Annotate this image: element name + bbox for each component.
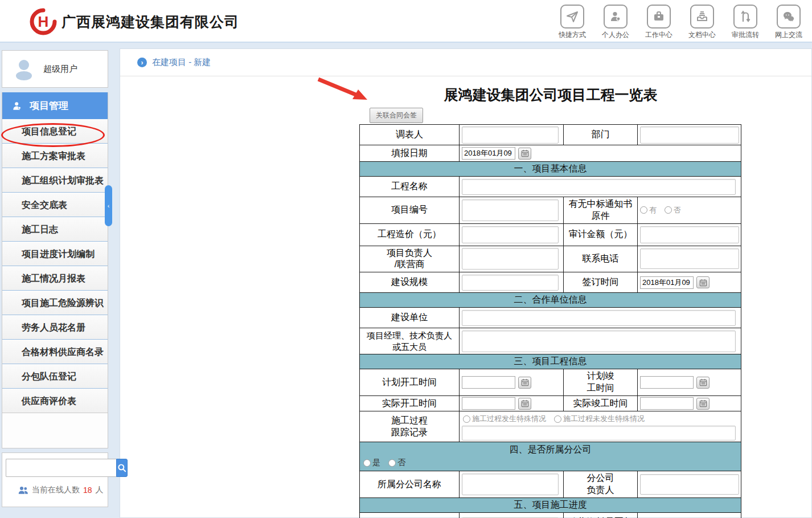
field-label-plan-start: 计划开工时间 [360,369,460,396]
breadcrumb-text[interactable]: 在建项目 - 新建 [152,57,211,68]
sidebar-item-monthly-report[interactable]: 施工情况月报表 [2,266,108,291]
paper-plane-icon [560,5,584,28]
field-label-sign-time: 签订时间 [564,272,638,293]
actual-finish-picker-button[interactable] [696,398,710,410]
bid-notice-no-radio[interactable]: 否 [665,205,681,215]
sidebar-item-supplier-evaluation[interactable]: 供应商评价表 [2,389,108,413]
avatar [11,56,36,81]
sidebar-item-org-plan-approval[interactable]: 施工组织计划审批表 [2,168,108,193]
radio-icon [463,415,470,423]
build-scale-input[interactable] [462,275,559,291]
sidebar-section-label: 项目管理 [30,99,68,112]
project-name-input[interactable] [462,179,736,195]
search-icon [117,463,127,473]
section-header-construction-progress: 五、项目施工进度 [360,497,741,512]
field-label-branch-leader: 分公司 负责人 [564,471,638,498]
sidebar-section-project-management[interactable]: 项目管理 [2,92,108,119]
field-label-project-cost: 工程造价（元） [360,223,460,246]
plan-finish-picker-button[interactable] [696,377,710,389]
search-button[interactable] [116,459,128,477]
sidebar-item-safety-disclosure[interactable]: 安全交底表 [2,193,108,217]
surveyor-input[interactable] [462,127,559,144]
search-input[interactable] [6,459,116,477]
nav-label: 快捷方式 [559,30,586,40]
logo-icon: H [30,8,57,35]
field-label-image-progress: 形象进度 [360,512,460,518]
build-unit-input[interactable] [462,310,736,326]
plan-start-input[interactable] [462,376,515,389]
process-special-no-radio[interactable]: 施工过程未发生特殊情况 [554,414,645,424]
radio-label: 施工过程未发生特殊情况 [563,414,645,424]
radio-icon [640,206,647,214]
sidebar-item-qualified-suppliers[interactable]: 合格材料供应商名录 [2,340,108,364]
nav-label: 文档中心 [688,30,716,40]
nav-personal-office[interactable]: 个人办公 [598,5,633,40]
calendar-icon [521,149,529,157]
plan-finish-input[interactable] [640,376,694,389]
process-special-yes-radio[interactable]: 施工过程发生特殊情况 [463,414,546,424]
project-leader-input[interactable] [462,248,559,270]
nav-approval-flow[interactable]: 审批流转 [728,5,763,40]
project-cost-input[interactable] [462,226,559,243]
sign-time-picker-button[interactable] [696,276,710,288]
department-input[interactable] [640,127,739,144]
sidebar-item-subcontractor-register[interactable]: 分包队伍登记 [2,364,108,389]
field-label-project-manager: 项目经理、技术负责人 或五大员 [360,328,460,354]
sidebar-item-construction-log[interactable]: 施工日志 [2,217,108,242]
page-title: 展鸿建设集团公司项目工程一览表 [359,85,742,104]
field-label-bid-notice: 有无中标通知书 原件 [564,197,638,224]
bid-notice-yes-radio[interactable]: 有 [640,205,657,215]
radio-label: 否 [674,205,681,215]
branch-name-input[interactable] [462,474,559,495]
actual-start-input[interactable] [462,397,515,410]
link-contract-countersign-button[interactable]: 关联合同会签 [370,108,423,123]
company-logo: H 广西展鸿建设集团有限公司 [30,8,239,35]
actual-start-picker-button[interactable] [518,398,531,410]
radio-icon [554,415,561,423]
branch-yes-radio[interactable]: 是 [363,458,380,468]
sidebar-item-project-info-register[interactable]: 项目信息登记 [2,119,108,144]
inbox-icon [690,5,714,28]
section-header-branch-company: 四、是否所属分公司 是 否 [360,442,741,471]
sidebar-item-labor-roster[interactable]: 劳务人员花名册 [2,315,108,340]
sidebar-item-progress-plan[interactable]: 项目进度计划编制 [2,242,108,266]
branch-leader-input[interactable] [640,474,739,495]
nav-label: 个人办公 [602,30,629,40]
nav-label: 审批流转 [732,30,759,40]
contact-phone-input[interactable] [640,248,739,269]
branch-no-radio[interactable]: 否 [388,458,405,468]
nav-document-center[interactable]: 文档中心 [684,5,720,40]
sidebar-collapse-handle[interactable]: ‹ [105,185,112,226]
nav-shortcuts[interactable]: 快捷方式 [555,5,590,40]
person-icon [604,5,628,28]
app-header: H 广西展鸿建设集团有限公司 快捷方式 个人办公 工作中心 文档中心 [0,0,812,43]
calendar-icon [699,399,707,407]
field-label-surveyor: 调表人 [360,125,460,145]
project-no-input[interactable] [462,199,559,221]
field-label-department: 部门 [564,125,638,145]
project-manager-input[interactable] [462,331,736,352]
fill-date-input[interactable] [462,147,515,160]
sidebar-item-hazard-identification[interactable]: 项目施工危险源辨识 [2,291,108,315]
radio-icon [388,459,396,467]
field-label-build-unit: 建设单位 [360,308,460,328]
online-count: 18 [83,486,92,495]
calendar-icon [521,399,529,407]
process-track-input[interactable] [462,426,736,440]
radio-label: 是 [372,458,380,468]
plan-start-picker-button[interactable] [518,377,531,389]
nav-online-chat[interactable]: 网上交流 [771,5,806,40]
fill-date-picker-button[interactable] [518,148,531,160]
audit-amount-input[interactable] [640,226,739,243]
project-form-table: 调表人 部门 填报日期 一、项目基本信息 工程名称 [359,124,741,518]
svg-text:H: H [38,13,49,30]
sidebar-item-construction-plan-approval[interactable]: 施工方案审批表 [2,144,108,168]
radio-icon [665,206,672,214]
section-title: 四、是否所属分公司 [361,444,740,456]
sign-time-input[interactable] [640,276,694,289]
field-label-fill-date: 填报日期 [360,145,460,162]
nav-work-center[interactable]: 工作中心 [641,5,676,40]
company-name: 广西展鸿建设集团有限公司 [61,13,239,31]
actual-finish-input[interactable] [640,397,694,410]
chat-icon [777,5,801,28]
